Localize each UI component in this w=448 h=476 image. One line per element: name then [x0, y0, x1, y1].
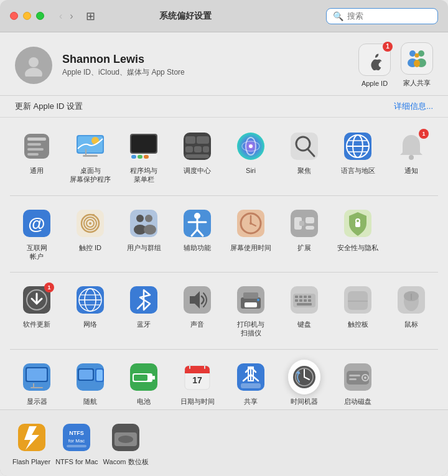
extensions-pref[interactable]: 扩展 [278, 202, 331, 266]
siri-icon [235, 130, 267, 162]
displays-pref[interactable]: 显示器 [10, 356, 63, 409]
extensions-label: 扩展 [297, 243, 311, 252]
titlebar: ‹ › ⊞ 系统偏好设置 🔍 [0, 0, 448, 32]
sound-pref[interactable]: 声音 [170, 279, 224, 343]
printers-scanners-pref[interactable]: 打印机与扫描仪 [224, 279, 278, 343]
time-machine-label: 时间机器 [291, 397, 318, 406]
svg-rect-101 [299, 299, 302, 302]
update-banner: 更新 Apple ID 设置 详细信息... [0, 96, 448, 118]
traffic-lights [10, 12, 44, 20]
svg-text:17: 17 [192, 375, 202, 385]
time-machine-pref[interactable]: 时间机器 [278, 356, 331, 409]
svg-point-154 [118, 436, 133, 443]
svg-rect-106 [348, 291, 368, 310]
dock-menu-pref[interactable]: 程序坞与菜单栏 [117, 125, 170, 189]
notifications-icon: 1 [395, 130, 427, 162]
internet-accounts-icon: @ [21, 207, 53, 240]
spotlight-pref[interactable]: 聚焦 [278, 125, 331, 189]
svg-point-0 [29, 57, 39, 67]
third-party-section: Flash Player NTFSfor Mac NTFS for Mac Wa… [0, 409, 448, 476]
svg-rect-19 [131, 135, 156, 152]
close-button[interactable] [10, 12, 18, 20]
wacom-label: Wacom 数位板 [103, 457, 149, 466]
displays-label: 显示器 [27, 397, 47, 406]
language-region-pref[interactable]: 语言与地区 [331, 125, 385, 189]
security-privacy-pref[interactable]: 安全性与隐私 [331, 202, 385, 266]
apple-id-button[interactable]: 1 Apple ID [358, 44, 391, 87]
date-time-pref[interactable]: 17 日期与时间 [170, 356, 224, 409]
sidecar-pref[interactable]: 随航 [63, 356, 117, 409]
keyboard-label: 键盘 [297, 320, 311, 329]
wacom-pref[interactable]: Wacom 数位板 [101, 416, 151, 471]
svg-rect-15 [85, 149, 86, 155]
svg-rect-151 [67, 445, 86, 447]
desktop-screensaver-icon [74, 130, 106, 162]
window-title: 系统偏好设置 [53, 11, 319, 22]
accessibility-icon [181, 207, 213, 240]
svg-point-51 [89, 222, 91, 225]
spotlight-label: 聚焦 [297, 166, 311, 175]
svg-rect-104 [297, 303, 312, 306]
search-input[interactable] [347, 11, 428, 21]
software-update-pref[interactable]: 1 软件更新 [10, 279, 63, 343]
screen-time-pref[interactable]: 屏幕使用时间 [224, 202, 278, 266]
trackpad-pref[interactable]: 触控板 [331, 279, 385, 343]
update-text: 更新 Apple ID 设置 [15, 101, 83, 112]
desktop-screensaver-pref[interactable]: 桌面与屏幕保护程序 [63, 125, 117, 189]
bluetooth-label: 蓝牙 [137, 320, 151, 329]
internet-accounts-pref[interactable]: @ 互联网帐户 [10, 202, 63, 266]
users-groups-pref[interactable]: 用户与群组 [117, 202, 170, 266]
language-region-label: 语言与地区 [341, 166, 375, 175]
icons-grid: 通用 桌面与屏幕保护程序 程序坞与菜单栏 调度中心 [10, 125, 438, 409]
bluetooth-icon [128, 284, 160, 316]
network-icon [74, 284, 106, 316]
profile-subtitle: Apple ID、iCloud、媒体与 App Store [62, 67, 348, 78]
battery-pref[interactable]: 电池 [117, 356, 170, 409]
siri-pref[interactable]: Siri [224, 125, 278, 189]
svg-rect-96 [295, 296, 298, 298]
sidecar-label: 随航 [83, 397, 97, 406]
network-pref[interactable]: 网络 [63, 279, 117, 343]
svg-rect-10 [27, 143, 41, 146]
mouse-icon [395, 284, 427, 316]
sharing-pref[interactable]: 共享 [224, 356, 278, 409]
mission-control-pref[interactable]: 调度中心 [170, 125, 224, 189]
minimize-button[interactable] [23, 12, 31, 20]
third-party-grid: Flash Player NTFSfor Mac NTFS for Mac Wa… [10, 416, 438, 471]
users-groups-label: 用户与群组 [127, 243, 161, 252]
svg-rect-98 [304, 296, 307, 298]
touch-id-icon [74, 207, 106, 240]
svg-rect-29 [203, 146, 209, 152]
software-update-icon: 1 [21, 284, 53, 316]
keyboard-pref[interactable]: 键盘 [278, 279, 331, 343]
apple-id-label: Apple ID [362, 80, 388, 87]
svg-point-143 [364, 376, 366, 379]
general-pref[interactable]: 通用 [10, 125, 63, 189]
svg-text:for Mac: for Mac [68, 438, 85, 444]
svg-rect-9 [27, 138, 46, 141]
accessibility-pref[interactable]: 辅助功能 [170, 202, 224, 266]
notifications-pref[interactable]: 1 通知 [385, 125, 438, 189]
startup-disk-pref[interactable]: 启动磁盘 [331, 356, 385, 409]
touch-id-pref[interactable]: 触控 ID [63, 202, 117, 266]
notifications-badge: 1 [419, 129, 429, 139]
system-preferences-window: ‹ › ⊞ 系统偏好设置 🔍 Shannon Lewis Apple ID、iC… [0, 0, 448, 476]
software-update-badge: 1 [44, 282, 54, 292]
maximize-button[interactable] [36, 12, 44, 20]
users-groups-icon [128, 207, 160, 240]
network-label: 网络 [83, 320, 97, 329]
svg-point-57 [144, 225, 156, 235]
mouse-pref[interactable]: 鼠标 [385, 279, 438, 343]
svg-rect-114 [27, 368, 47, 381]
family-sharing-button[interactable]: 家人共享 [401, 42, 433, 88]
svg-rect-103 [308, 299, 311, 302]
date-time-label: 日期与时间 [180, 397, 215, 406]
search-bar[interactable]: 🔍 [326, 8, 438, 24]
flash-player-pref[interactable]: Flash Player [10, 416, 53, 471]
bluetooth-pref[interactable]: 蓝牙 [117, 279, 170, 343]
svg-rect-97 [299, 296, 302, 298]
avatar-icon [22, 54, 45, 77]
update-link[interactable]: 详细信息... [394, 101, 433, 112]
wacom-icon [110, 421, 142, 454]
ntfs-mac-pref[interactable]: NTFSfor Mac NTFS for Mac [53, 416, 100, 471]
